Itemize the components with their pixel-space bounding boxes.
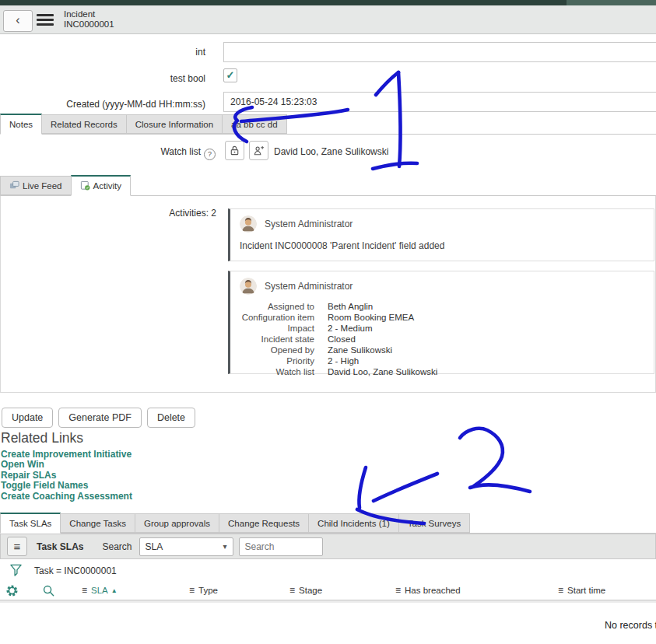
related-list-tab[interactable]: Task Surveys [398, 513, 470, 533]
column-menu-icon[interactable]: ≡ [189, 585, 195, 596]
column-menu-icon[interactable]: ≡ [82, 585, 87, 596]
live-feed-icon [9, 179, 19, 196]
list-title: Task SLAs [37, 541, 83, 552]
field-change-row: Assigned to Beth Anglin [240, 301, 644, 312]
tab-live-feed[interactable]: Live Feed [0, 176, 72, 195]
column-header[interactable]: ≡Start time [558, 582, 609, 600]
related-links: Create Improvement Initiative Open Win R… [1, 450, 132, 502]
menu-icon: ≡ [14, 540, 21, 553]
watch-list-value: David Loo, Zane Sulikowski [274, 146, 388, 157]
watch-list-label: Watch list? [0, 146, 216, 160]
column-menu-icon[interactable]: ≡ [558, 585, 563, 596]
form-section-tab[interactable]: Notes [0, 114, 42, 135]
related-link[interactable]: Create Coaching Assessment [1, 492, 132, 502]
chevron-down-icon: ▾ [223, 542, 226, 551]
annotation-digit-2 [460, 429, 530, 492]
top-banner-strip-accent [567, 0, 656, 5]
add-person-icon [253, 145, 265, 156]
activity-panel: Activities: 2 System Administrator Incid… [0, 196, 656, 393]
action-button[interactable]: Update [2, 408, 53, 428]
field-change-row: Impact 2 - Medium [240, 323, 644, 334]
list-menu-button[interactable]: ≡ [7, 537, 27, 556]
list-header-row: ≡SLA▲ ≡Type ≡Stage ≡Has breached ≡Start … [0, 582, 656, 600]
list-search-input[interactable] [239, 537, 323, 556]
column-menu-icon[interactable]: ≡ [395, 585, 401, 596]
record-type: Incident [64, 9, 114, 19]
add-watch-list-user-button[interactable] [249, 141, 268, 160]
form-section-tab[interactable]: aa bb cc dd [222, 114, 286, 134]
column-header[interactable]: ≡Has breached [395, 582, 464, 600]
related-list-tab[interactable]: Group approvals [135, 513, 219, 533]
list-filter-row: Task = INC0000001 [0, 559, 656, 582]
field-label-test-bool: test bool [0, 73, 205, 84]
activity-entry: System Administrator Incident INC0000008… [228, 208, 654, 261]
activity-author: System Administrator [265, 281, 353, 292]
action-button[interactable]: Delete [147, 408, 195, 428]
column-header[interactable]: ≡Stage [289, 582, 325, 600]
record-number: INC0000001 [64, 19, 114, 30]
field-change-label: Configuration item [240, 312, 314, 323]
activity-body: Incident INC0000008 'Parent Incident' fi… [240, 240, 644, 251]
field-change-value: Beth Anglin [328, 301, 373, 312]
back-chevron-icon: ‹ [16, 13, 19, 26]
avatar [240, 278, 257, 295]
related-link[interactable]: Toggle Field Names [1, 481, 132, 491]
search-column-select[interactable]: SLA ▾ [139, 537, 233, 556]
field-change-label: Assigned to [240, 301, 314, 312]
field-change-value: Room Booking EMEA [328, 312, 414, 323]
column-header[interactable]: ≡Type [189, 582, 221, 600]
empty-list-message: No records to [605, 620, 656, 631]
form-context-menu-icon[interactable] [37, 14, 54, 28]
created-input[interactable] [223, 92, 656, 112]
field-change-value: David Loo, Zane Sulikowski [328, 366, 437, 377]
related-link[interactable]: Repair SLAs [1, 471, 132, 481]
int-input[interactable] [223, 42, 656, 62]
lock-icon [229, 145, 240, 156]
search-label: Search [102, 541, 132, 552]
related-list-tab[interactable]: Change Requests [219, 513, 309, 533]
lock-watch-list-button[interactable] [225, 141, 244, 160]
column-headers: ≡SLA▲ ≡Type ≡Stage ≡Has breached ≡Start … [0, 582, 656, 600]
related-list-tab[interactable]: Child Incidents (1) [308, 513, 399, 533]
tab-activity[interactable]: Activity [71, 175, 131, 196]
form-section-tab[interactable]: Related Records [41, 114, 127, 134]
field-change-row: Opened by Zane Sulikowski [240, 345, 644, 355]
activity-entry: System Administrator Assigned to Beth An… [228, 271, 654, 374]
related-links-title: Related Links [1, 430, 83, 446]
field-label-int: int [0, 47, 205, 58]
field-change-label: Watch list [240, 366, 314, 377]
help-icon[interactable]: ? [204, 149, 216, 160]
activity-icon [80, 179, 90, 197]
test-bool-checkbox[interactable]: ✓ [223, 68, 237, 82]
filter-funnel-icon[interactable] [9, 563, 23, 578]
form-section-tabs: Notes Related Records Closure Informatio… [0, 114, 656, 135]
feed-tabs: Live Feed Activity [0, 175, 656, 196]
search-column-value: SLA [146, 541, 163, 552]
field-change-value: Zane Sulikowski [328, 345, 392, 355]
field-change-value: 2 - High [328, 355, 359, 366]
related-list-tabs: Task SLAs Change Tasks Group approvals C… [0, 513, 656, 534]
field-change-label: Priority [240, 355, 314, 366]
field-change-row: Priority 2 - High [240, 355, 644, 366]
activity-author: System Administrator [265, 219, 353, 229]
back-button[interactable]: ‹ [3, 10, 33, 32]
field-changes: Assigned to Beth Anglin Configuration it… [240, 301, 644, 377]
field-change-value: Closed [328, 334, 356, 345]
field-change-label: Opened by [240, 345, 314, 355]
avatar [240, 215, 257, 233]
filter-breadcrumb[interactable]: Task = INC0000001 [34, 565, 117, 576]
action-button[interactable]: Generate PDF [58, 408, 142, 428]
field-change-label: Incident state [240, 334, 314, 345]
column-header[interactable]: ≡SLA▲ [82, 582, 118, 600]
form-section-tab[interactable]: Closure Information [126, 114, 223, 134]
related-link[interactable]: Create Improvement Initiative [1, 450, 132, 460]
column-menu-icon[interactable]: ≡ [289, 585, 295, 596]
related-link[interactable]: Open Win [1, 460, 132, 470]
list-toolbar: ≡ Task SLAs Search SLA ▾ [0, 534, 656, 559]
field-change-row: Watch list David Loo, Zane Sulikowski [240, 366, 644, 377]
record-title: Incident INC0000001 [64, 9, 114, 30]
related-list-tab[interactable]: Task SLAs [0, 513, 61, 534]
form-header: ‹ Incident INC0000001 [0, 5, 656, 34]
field-change-value: 2 - Medium [328, 323, 373, 334]
related-list-tab[interactable]: Change Tasks [60, 513, 135, 533]
